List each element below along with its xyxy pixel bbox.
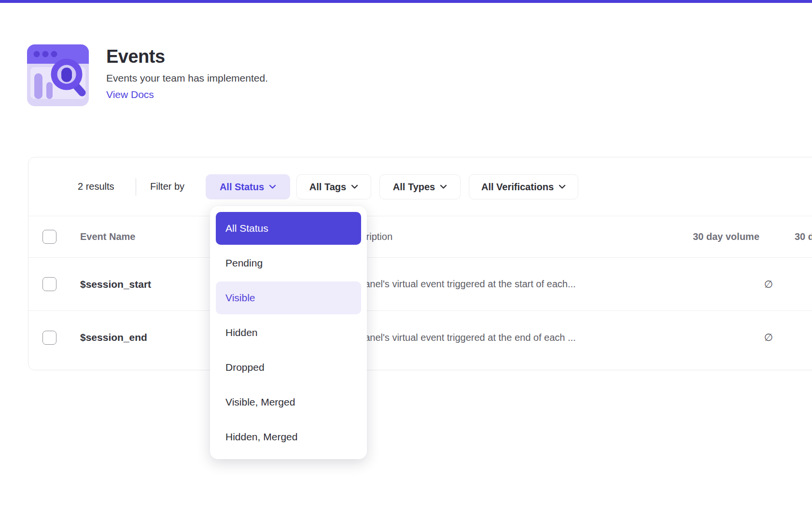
types-filter-button[interactable]: All Types <box>379 174 461 199</box>
events-card: 2 results Filter by All Status All Tags … <box>28 157 812 370</box>
column-header-clipped: 30 da <box>773 231 812 242</box>
view-docs-link[interactable]: View Docs <box>106 87 154 102</box>
column-header-description: Description <box>344 231 686 242</box>
event-description: Mixpanel's virtual event triggered at th… <box>344 279 686 290</box>
row-checkbox[interactable] <box>42 277 56 291</box>
column-header-30-day-volume: 30 day volume <box>686 231 773 242</box>
status-filter-button[interactable]: All Status <box>206 174 290 199</box>
menu-item-hidden-merged[interactable]: Hidden, Merged <box>216 421 361 453</box>
event-30day-volume: ∅ <box>686 279 773 290</box>
menu-item-dropped[interactable]: Dropped <box>216 351 361 384</box>
top-accent-bar <box>0 0 812 3</box>
toolbar-divider <box>136 178 136 196</box>
results-count: 2 results <box>78 157 114 216</box>
verifications-filter-label: All Verifications <box>481 182 554 193</box>
tags-filter-label: All Tags <box>309 182 346 193</box>
events-page: Events Events your team has implemented.… <box>0 0 812 505</box>
page-subtitle: Events your team has implemented. <box>106 71 268 85</box>
verifications-filter-button[interactable]: All Verifications <box>469 174 578 199</box>
tags-filter-button[interactable]: All Tags <box>296 174 371 199</box>
select-all-checkbox[interactable] <box>42 230 56 244</box>
row-checkbox[interactable] <box>42 331 56 345</box>
status-dropdown-menu: All Status Pending Visible Hidden Droppe… <box>210 206 367 459</box>
chevron-down-icon <box>351 184 358 189</box>
event-30day-volume: ∅ <box>686 332 773 343</box>
menu-item-all-status[interactable]: All Status <box>216 212 361 245</box>
menu-item-hidden[interactable]: Hidden <box>216 316 361 349</box>
filter-toolbar: 2 results Filter by All Status All Tags … <box>28 157 812 216</box>
page-header: Events Events your team has implemented.… <box>27 44 268 106</box>
menu-item-visible[interactable]: Visible <box>216 281 361 314</box>
filter-by-label: Filter by <box>150 157 184 216</box>
chevron-down-icon <box>440 184 447 189</box>
table-header-row: Event Name Description 30 day volume 30 … <box>28 216 812 258</box>
chevron-down-icon <box>559 184 566 189</box>
page-title: Events <box>106 45 268 68</box>
menu-item-pending[interactable]: Pending <box>216 247 361 280</box>
types-filter-label: All Types <box>393 182 435 193</box>
table-row[interactable]: $session_end Mixpanel's virtual event tr… <box>28 311 812 364</box>
event-description: Mixpanel's virtual event triggered at th… <box>344 332 686 343</box>
chevron-down-icon <box>269 184 276 189</box>
events-analytics-icon <box>27 44 89 106</box>
menu-item-visible-merged[interactable]: Visible, Merged <box>216 386 361 419</box>
table-row[interactable]: $session_start Mixpanel's virtual event … <box>28 258 812 311</box>
status-filter-label: All Status <box>220 182 264 193</box>
